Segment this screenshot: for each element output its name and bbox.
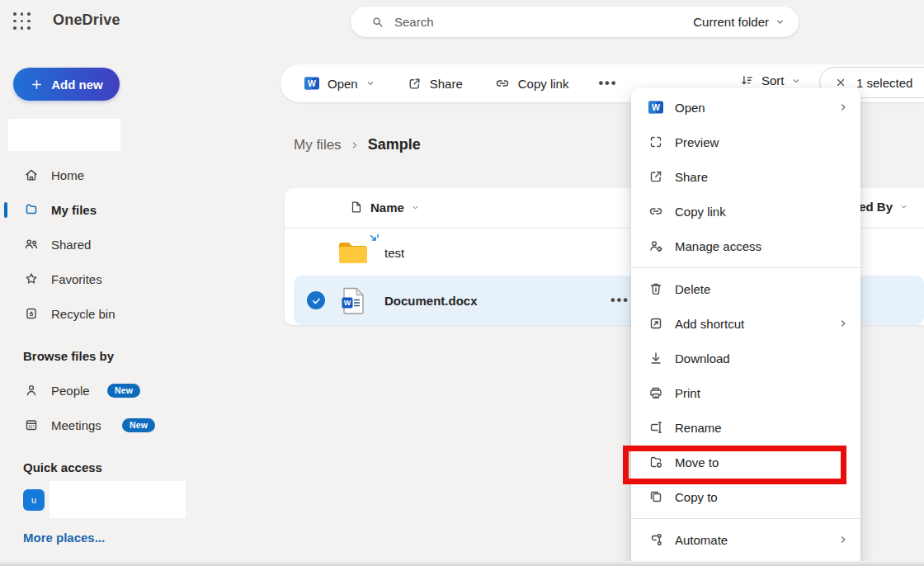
svg-text:W: W <box>344 299 351 307</box>
breadcrumb: My files Sample <box>294 136 421 153</box>
share-icon <box>407 76 422 92</box>
add-shortcut-icon <box>648 315 664 332</box>
column-header-name[interactable]: Name <box>349 200 420 215</box>
sidebar-item-my-files[interactable]: My files <box>0 192 198 227</box>
add-new-button[interactable]: Add new <box>13 68 120 101</box>
recycle-bin-icon <box>23 305 40 322</box>
menu-item-open[interactable]: W Open <box>631 90 860 125</box>
menu-item-add-shortcut[interactable]: Add shortcut <box>631 306 860 341</box>
search-input[interactable]: Search <box>394 15 693 29</box>
rename-icon <box>648 419 664 436</box>
chevron-right-icon <box>837 101 849 113</box>
star-icon <box>23 271 40 287</box>
word-icon: W <box>304 75 320 92</box>
sidebar-item-meetings[interactable]: Meetings New <box>0 408 198 442</box>
sort-button[interactable]: Sort <box>739 73 801 88</box>
manage-access-icon <box>648 238 664 254</box>
trash-icon <box>648 281 664 297</box>
file-icon <box>349 200 364 215</box>
preview-icon <box>648 134 664 150</box>
copy-link-button[interactable]: Copy link <box>484 70 579 97</box>
app-title: OneDrive <box>53 12 120 29</box>
folder-icon <box>23 201 40 218</box>
menu-divider <box>631 514 860 522</box>
person-icon <box>23 382 40 399</box>
search-icon <box>370 15 384 29</box>
new-item-indicator-icon <box>369 233 380 245</box>
move-to-icon <box>648 454 664 470</box>
menu-item-preview[interactable]: Preview <box>631 125 860 159</box>
sidebar-item-favorites[interactable]: Favorites <box>0 262 198 296</box>
breadcrumb-my-files[interactable]: My files <box>294 137 342 153</box>
chevron-right-icon <box>350 140 360 150</box>
new-badge: New <box>122 418 155 432</box>
plus-icon <box>30 78 44 92</box>
menu-item-automate[interactable]: Automate <box>631 522 860 557</box>
word-icon: W <box>648 99 664 116</box>
chevron-down-icon <box>365 78 375 88</box>
chevron-right-icon <box>837 534 849 545</box>
menu-item-rename[interactable]: Rename <box>631 410 860 445</box>
open-button[interactable]: W Open <box>294 70 385 97</box>
print-icon <box>648 384 664 401</box>
chevron-down-icon <box>411 203 420 212</box>
link-icon <box>648 203 664 219</box>
new-badge: New <box>107 384 140 398</box>
share-button[interactable]: Share <box>397 71 473 97</box>
menu-divider <box>631 263 860 271</box>
folder-icon <box>337 240 369 265</box>
redacted-site-name <box>50 481 186 518</box>
chevron-down-icon <box>775 17 785 27</box>
menu-item-manage-access[interactable]: Manage access <box>631 229 860 263</box>
home-icon <box>23 167 40 183</box>
chevron-right-icon <box>837 318 849 329</box>
sidebar-item-shared[interactable]: Shared <box>0 227 198 262</box>
menu-item-print[interactable]: Print <box>631 375 860 410</box>
search-bar[interactable]: Search Current folder <box>351 7 799 37</box>
chevron-down-icon <box>791 76 801 86</box>
menu-item-download[interactable]: Download <box>631 341 860 375</box>
calendar-icon <box>23 417 40 433</box>
close-icon <box>835 77 846 88</box>
chevron-down-icon <box>899 202 908 211</box>
redacted-account-area <box>8 119 120 151</box>
more-places-link[interactable]: More places... <box>23 531 105 545</box>
people-icon <box>23 236 40 252</box>
menu-item-copy-to[interactable]: Copy to <box>631 479 860 514</box>
menu-item-copy-link[interactable]: Copy link <box>631 194 860 229</box>
breadcrumb-current: Sample <box>368 136 421 153</box>
download-icon <box>648 350 664 366</box>
menu-item-delete[interactable]: Delete <box>631 271 860 306</box>
copy-to-icon <box>648 488 664 505</box>
link-icon <box>494 75 511 92</box>
automate-icon <box>648 531 664 548</box>
sidebar-item-home[interactable]: Home <box>0 158 198 192</box>
app-launcher-icon[interactable] <box>13 12 31 31</box>
quick-access-site-tile[interactable]: u <box>23 489 45 511</box>
menu-item-move-to[interactable]: Move to <box>631 445 860 479</box>
search-scope-dropdown[interactable]: Current folder <box>693 15 785 29</box>
more-commands-button[interactable]: ••• <box>588 78 627 88</box>
selected-check-icon[interactable] <box>307 291 325 309</box>
menu-item-share[interactable]: Share <box>631 159 860 194</box>
word-document-icon: W <box>341 287 365 314</box>
svg-text:W: W <box>308 78 316 88</box>
sidebar-item-people[interactable]: People New <box>0 373 198 408</box>
share-icon <box>648 168 664 185</box>
svg-text:W: W <box>652 102 660 112</box>
quick-access-heading: Quick access <box>23 460 102 474</box>
sort-icon <box>739 73 755 88</box>
context-menu: W Open Preview Share Copy link Manage ac… <box>631 88 860 566</box>
sidebar-item-recycle-bin[interactable]: Recycle bin <box>0 296 198 331</box>
browse-files-by-heading: Browse files by <box>23 349 114 363</box>
